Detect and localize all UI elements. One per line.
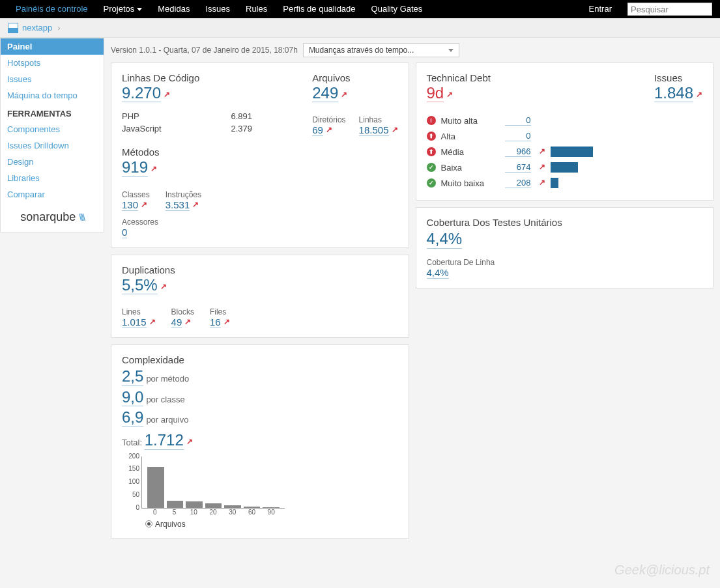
- chart-bar: [205, 503, 222, 508]
- tech-debt-card: Technical Debt 9d Issues 1.848 !Muito al…: [416, 63, 714, 201]
- nav-item[interactable]: Projetos: [96, 0, 151, 18]
- chart-ytick: 200: [122, 453, 139, 460]
- trend-up-icon: [141, 200, 147, 209]
- sidebar-item[interactable]: Hotspots: [1, 55, 104, 71]
- debt-title: Technical Debt: [427, 72, 491, 83]
- severity-count[interactable]: 966: [505, 147, 531, 157]
- time-changes-dropdown[interactable]: Mudanças através do tempo...: [303, 43, 459, 57]
- severity-row: ⬆Média966: [427, 144, 703, 160]
- cplx-per-file-label: por arquivo: [146, 415, 188, 425]
- search-input[interactable]: [627, 3, 712, 16]
- severity-row: ✓Muito baixa208: [427, 175, 703, 191]
- dup-lines-value[interactable]: 1.015: [122, 316, 147, 328]
- cplx-total[interactable]: 1.712: [145, 432, 184, 449]
- chart-bar: [244, 507, 261, 508]
- chart-ytick: 0: [122, 504, 139, 511]
- lang-name: PHP: [122, 111, 139, 121]
- cplx-per-file[interactable]: 6,9: [122, 409, 143, 427]
- severity-label: Baixa: [441, 163, 500, 173]
- chart-xtick: 5: [166, 509, 183, 516]
- debt-value[interactable]: 9d: [427, 85, 444, 102]
- radio-icon[interactable]: [145, 520, 152, 527]
- severity-count[interactable]: 0: [505, 131, 531, 141]
- line-coverage-value[interactable]: 4,4%: [427, 267, 449, 279]
- sidebar-tool-item[interactable]: Issues Drilldown: [1, 137, 104, 154]
- severity-count[interactable]: 674: [505, 162, 531, 173]
- sonarqube-logo: sonarqube \\\\: [1, 203, 104, 232]
- files-title: Arquivos: [312, 72, 397, 83]
- nav-item[interactable]: Painéis de controle: [8, 0, 96, 18]
- language-row: PHP6.891: [122, 110, 252, 122]
- cplx-title: Complexidade: [122, 354, 398, 365]
- dup-lines-title: Lines: [122, 307, 156, 316]
- dup-files-value[interactable]: 16: [210, 316, 221, 328]
- breadcrumb: nextapp ›: [0, 18, 720, 38]
- issues-value[interactable]: 1.848: [654, 85, 693, 102]
- stmts-title: Instruções: [166, 190, 201, 199]
- line-coverage-title: Cobertura De Linha: [427, 258, 703, 267]
- chart-ytick: 150: [122, 465, 139, 472]
- sidebar-tool-item[interactable]: Comparar: [1, 186, 104, 203]
- issues-title: Issues: [654, 72, 702, 83]
- trend-up-icon: [696, 90, 702, 99]
- severity-label: Alta: [441, 132, 500, 141]
- breadcrumb-project[interactable]: nextapp: [22, 23, 52, 33]
- chart-xtick: 60: [244, 509, 261, 516]
- trend-up-icon: [326, 125, 332, 134]
- sidebar-item[interactable]: Issues: [1, 71, 104, 87]
- severity-label: Muito baixa: [441, 178, 500, 188]
- chevron-right-icon: ›: [57, 23, 60, 33]
- files-value[interactable]: 249: [312, 85, 338, 102]
- language-row: JavaScript2.379: [122, 122, 252, 135]
- chart-legend[interactable]: Arquivos: [145, 520, 398, 529]
- chart-xtick: 0: [147, 509, 164, 516]
- methods-value[interactable]: 919: [122, 159, 148, 176]
- severity-count[interactable]: 208: [505, 178, 531, 188]
- severity-count[interactable]: 0: [505, 115, 531, 126]
- lines-value[interactable]: 18.505: [359, 124, 389, 136]
- sidebar-tool-item[interactable]: Libraries: [1, 170, 104, 186]
- coverage-card: Cobertura Dos Testes Unitários 4,4% Cobe…: [416, 207, 714, 288]
- nav-item[interactable]: Perfis de qualidade: [275, 0, 363, 18]
- lang-name: JavaScript: [122, 124, 162, 133]
- sidebar-item[interactable]: Máquina do tempo: [1, 87, 104, 104]
- project-icon: [8, 23, 18, 33]
- severity-icon: ⬆: [427, 147, 436, 156]
- login-link[interactable]: Entrar: [581, 0, 620, 18]
- nav-item[interactable]: Issues: [197, 0, 238, 18]
- trend-up-icon: [186, 437, 193, 446]
- stmts-value[interactable]: 3.531: [166, 199, 190, 211]
- trend-up-icon: [164, 90, 170, 99]
- sidebar: PainelHotspotsIssuesMáquina do tempo FER…: [0, 38, 104, 232]
- lang-value: 6.891: [231, 111, 252, 121]
- duplications-card: Duplications 5,5% Lines1.015 Blocks49 Fi…: [111, 255, 409, 338]
- sidebar-tool-item[interactable]: Design: [1, 154, 104, 170]
- chart-ytick: 50: [122, 491, 139, 498]
- loc-title: Linhas De Código: [122, 72, 293, 83]
- nav-item[interactable]: Rules: [238, 0, 275, 18]
- chart-legend-label: Arquivos: [155, 520, 186, 529]
- chart-bar: [224, 505, 241, 508]
- loc-value[interactable]: 9.270: [122, 85, 161, 102]
- dirs-value[interactable]: 69: [312, 124, 323, 136]
- nav-item[interactable]: Medidas: [150, 0, 197, 18]
- chart-xtick: 10: [185, 509, 202, 516]
- sidebar-item[interactable]: Painel: [1, 38, 104, 55]
- coverage-value[interactable]: 4,4%: [427, 231, 463, 248]
- cplx-per-method[interactable]: 2,5: [122, 368, 143, 385]
- dup-title: Duplications: [122, 264, 398, 275]
- severity-bar: [551, 162, 578, 173]
- caret-down-icon: [137, 8, 142, 11]
- complexity-card: Complexidade 2,5por método 9,0por classe…: [111, 344, 409, 539]
- cplx-per-class[interactable]: 9,0: [122, 389, 143, 406]
- trend-up-icon: [160, 282, 167, 291]
- severity-icon: !: [427, 116, 436, 125]
- dup-value[interactable]: 5,5%: [122, 277, 158, 294]
- accessors-title: Acessores: [122, 217, 398, 227]
- dirs-title: Diretórios: [312, 115, 345, 124]
- nav-item[interactable]: Quality Gates: [364, 0, 431, 18]
- classes-value[interactable]: 130: [122, 199, 138, 211]
- accessors-value[interactable]: 0: [122, 227, 127, 238]
- sidebar-tool-item[interactable]: Componentes: [1, 121, 104, 137]
- dup-blocks-value[interactable]: 49: [171, 316, 182, 328]
